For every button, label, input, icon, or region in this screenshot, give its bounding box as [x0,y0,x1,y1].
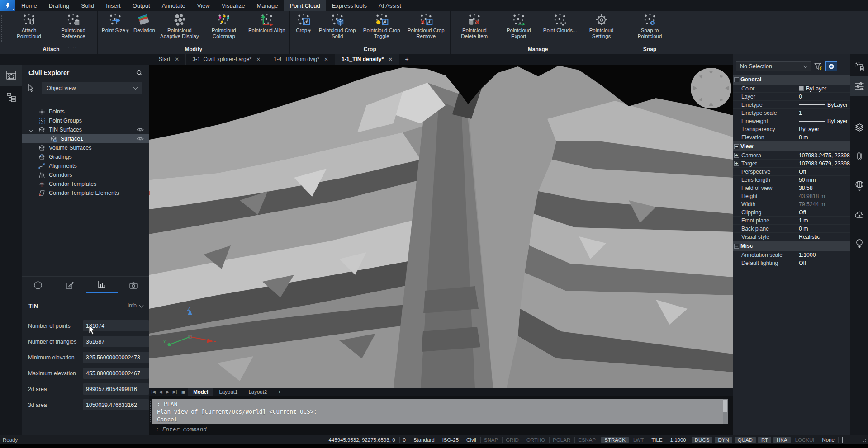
prop-row-color[interactable]: ColorByLayer [733,85,850,93]
section-general[interactable]: −General [733,75,850,85]
tree-item-point-groups[interactable]: Point Groups [22,116,149,125]
status-toggle-snap[interactable]: SNAP [480,437,501,443]
command-input[interactable]: : Enter command [156,426,207,433]
pointcloud-manager-panel-button[interactable] [850,57,868,76]
tree-item-corridor-template-elements[interactable]: Corridor Template Elements [22,189,149,198]
pointcloud-crop-remove-button[interactable]: Pointcloud Crop Remove [404,12,448,40]
menu-drafting[interactable]: Drafting [43,0,76,11]
prop-row-camera[interactable]: +Camera107983.2475, 233983.5318 [733,151,850,160]
layout-tab-model[interactable]: Model [188,388,213,396]
pointcloud-adaptive-display-button[interactable]: Pointcloud Adaptive Display [157,12,202,40]
status-toggle-grid[interactable]: GRID [502,437,522,443]
doc-tab-tin-densify[interactable]: 1-1_TIN densify*× [335,54,399,65]
prop-row-back-plane[interactable]: Back plane0 m [733,225,850,233]
tree-item-corridors[interactable]: Corridors [22,170,149,179]
pointcloud-settings-button[interactable]: Pointcloud Settings [579,12,624,40]
status-toggle-polar[interactable]: POLAR [549,437,574,443]
pointcloud-reference-button[interactable]: Pointcloud Reference [51,12,95,40]
doc-tab-start[interactable]: Start× [152,54,186,65]
expand-icon[interactable]: + [734,161,739,166]
point-clouds-button[interactable]: Point Clouds... [541,12,579,34]
menu-insert[interactable]: Insert [100,0,127,11]
expand-icon[interactable]: + [734,153,739,158]
new-layout-button[interactable]: + [272,388,286,396]
quick-select-button[interactable] [825,61,837,71]
status-toggle-lwt[interactable]: LWT [630,437,647,443]
pointcloud-crop-toggle-button[interactable]: Pointcloud Crop Toggle [360,12,404,40]
doc-tab-tin-from-dwg[interactable]: 1-4_TIN from dwg*× [267,54,335,65]
view-selector-dropdown[interactable]: Object view [42,82,142,94]
app-logo[interactable] [0,0,15,11]
crop-button[interactable]: Crop▼ [292,12,315,34]
status-workspace-civil[interactable]: Civil [463,437,479,443]
attachments-panel-button[interactable] [850,146,868,166]
prop-row-linetype[interactable]: LinetypeByLayer [733,101,850,109]
selection-dropdown[interactable]: No Selection [736,61,811,71]
collapse-icon[interactable]: − [734,77,739,82]
next-layout-button[interactable]: ▶ [164,390,171,394]
structure-panel-button[interactable] [0,86,22,108]
tree-item-tin-surfaces[interactable]: TIN Surfaces [22,125,149,134]
prop-row-front-plane[interactable]: Front plane1 m [733,217,850,225]
prop-row-field-of-view[interactable]: Field of view38.58 [733,184,850,192]
status-annotation-scale[interactable]: 1:1000 [667,437,689,443]
resize-grip-icon[interactable] [862,439,866,442]
civil-explorer-panel-button[interactable] [0,65,22,86]
prop-row-default-lighting[interactable]: Default lightingOff [733,259,850,267]
menu-solid[interactable]: Solid [75,0,100,11]
menu-view[interactable]: View [191,0,216,11]
scrollbar-thumb[interactable] [723,400,727,412]
cloud-upload-panel-button[interactable] [850,205,868,225]
tree-item-volume-surfaces[interactable]: Volume Surfaces [22,143,149,152]
layout-list-icon[interactable]: ▣ [179,390,188,395]
previous-layout-button[interactable]: ◀ [157,390,164,394]
status-dimstyle[interactable]: ISO-25 [439,437,462,443]
visibility-eye-icon[interactable] [137,136,144,141]
pointcloud-align-button[interactable]: Pointcloud Align [246,12,288,34]
tips-panel-button[interactable] [850,234,868,254]
status-toggle-strack[interactable]: STRACK [601,437,629,443]
tree-item-alignments[interactable]: Alignments [22,161,149,170]
minimum-elevation-value[interactable]: 325.56000000002473 [83,352,149,363]
command-scrollbar[interactable] [723,399,728,424]
prop-row-clipping[interactable]: ClippingOff [733,208,850,217]
tab-snapshot[interactable] [118,277,149,293]
prop-row-transparency[interactable]: TransparencyByLayer [733,125,850,133]
prop-row-elevation[interactable]: Elevation0 m [733,133,850,141]
layout-tab-layout1[interactable]: Layout1 [213,388,243,396]
attach-pointcloud-button[interactable]: Attach Pointcloud [7,12,51,40]
tree-item-gradings[interactable]: Gradings [22,152,149,161]
menu-home[interactable]: Home [15,0,43,11]
snap-to-pointcloud-button[interactable]: Snap to Pointcloud [628,12,672,40]
pointcloud-delete-item-button[interactable]: Pointcloud Delete Item [452,12,497,40]
close-icon[interactable]: × [388,56,393,62]
section-misc[interactable]: −Misc [733,241,850,251]
3d-area-value[interactable]: 1050029.476633162 [83,399,149,410]
pointcloud-export-button[interactable]: Pointcloud Export [497,12,541,40]
number-of-triangles-value[interactable]: 361687 [83,336,149,347]
status-toggle-lockui[interactable]: LOCKUI [792,437,818,443]
doc-tab-civilexplorer-large[interactable]: 3-1_CivilExplorer-Large*× [186,54,267,65]
first-layout-button[interactable]: |◀ [149,390,157,394]
tin-mode-dropdown[interactable]: Info [128,302,143,309]
menu-visualize[interactable]: Visualize [216,0,251,11]
prop-row-linetype-scale[interactable]: Linetype scale1 [733,109,850,117]
new-document-tab-button[interactable]: + [399,54,414,65]
close-icon[interactable]: × [256,56,261,62]
collapse-icon[interactable]: − [734,144,739,149]
menu-point-cloud[interactable]: Point Cloud [284,0,326,11]
menu-annotate[interactable]: Annotate [156,0,191,11]
status-style-standard[interactable]: Standard [410,437,438,443]
close-icon[interactable]: × [324,56,328,62]
bricsys-247-panel-button[interactable] [850,176,868,196]
status-toggle-ducs[interactable]: DUCS [692,437,713,443]
properties-panel-button[interactable] [850,76,868,96]
layers-panel-button[interactable] [850,117,868,137]
tab-statistics[interactable] [86,277,118,293]
viewport-3d[interactable]: Z Y [149,65,733,388]
last-layout-button[interactable]: ▶| [171,390,179,394]
status-toggle-esnap[interactable]: ESNAP [574,437,599,443]
status-toggle-quad[interactable]: QUAD [735,437,756,443]
menu-ai-assist[interactable]: AI Assist [373,0,407,11]
menu-expresstools[interactable]: ExpressTools [326,0,373,11]
